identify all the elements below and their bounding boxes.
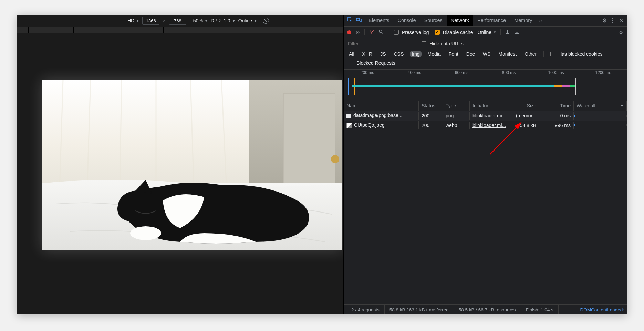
cell-size: (memor...: [511, 112, 539, 120]
svg-point-11: [130, 226, 161, 240]
initiator-link[interactable]: blinkloader.mi...: [472, 123, 506, 128]
col-name[interactable]: Name: [344, 101, 419, 111]
svg-rect-18: [515, 33, 519, 34]
table-row[interactable]: data:image/png;base...200pngblinkloader.…: [344, 111, 627, 121]
throttle-select[interactable]: Online: [238, 18, 257, 23]
status-resources: 58.5 kB / 66.7 kB resources: [454, 305, 521, 314]
svg-point-15: [379, 30, 382, 33]
search-icon[interactable]: [378, 29, 383, 35]
device-mode-icon[interactable]: [355, 17, 363, 24]
type-filter-row: AllXHRJSCSSImgMediaFontDocWSManifestOthe…: [344, 49, 627, 60]
type-filter-all[interactable]: All: [347, 51, 356, 57]
close-icon[interactable]: ✕: [617, 17, 625, 24]
device-toolbar: HD × 50% DPR: 1.0 Online ⋮: [17, 15, 343, 27]
network-toolbar: ⊘ Preserve log Disable cache Online: [344, 27, 627, 38]
rotate-icon[interactable]: [263, 18, 269, 24]
has-blocked-cookies-checkbox[interactable]: Has blocked cookies: [549, 51, 602, 58]
col-initiator[interactable]: Initiator: [470, 101, 511, 111]
cell-time: 0 ms: [539, 112, 574, 120]
type-filter-ws[interactable]: WS: [481, 51, 492, 57]
timeline-tick: 400 ms: [391, 70, 438, 75]
divider: [364, 29, 365, 35]
tab-performance[interactable]: Performance: [474, 15, 510, 26]
svg-point-3: [331, 155, 339, 163]
blocked-requests-checkbox[interactable]: Blocked Requests: [347, 60, 395, 66]
disable-cache-checkbox[interactable]: Disable cache: [434, 29, 473, 36]
cell-time: 996 ms: [539, 122, 574, 129]
type-filter-xhr[interactable]: XHR: [361, 51, 374, 57]
file-icon: [346, 123, 352, 128]
cell-name: data:image/png;base...: [344, 112, 419, 119]
throttling-select[interactable]: Online: [478, 30, 496, 35]
preserve-log-checkbox[interactable]: Preserve log: [393, 29, 429, 36]
divider: [500, 29, 501, 35]
filter-icon[interactable]: [369, 29, 374, 35]
device-select[interactable]: HD: [127, 18, 139, 23]
cell-type: webp: [443, 122, 470, 129]
timeline-overview[interactable]: 200 ms400 ms600 ms800 ms1000 ms1200 ms: [344, 69, 627, 101]
timeline-tick: 1000 ms: [532, 70, 580, 75]
svg-rect-14: [360, 19, 361, 22]
zoom-select[interactable]: 50%: [193, 18, 207, 23]
upload-icon[interactable]: [505, 29, 510, 35]
more-tabs-icon[interactable]: »: [537, 18, 544, 24]
col-status[interactable]: Status: [419, 101, 443, 111]
tab-network[interactable]: Network: [447, 15, 473, 26]
timeline-tick: 600 ms: [438, 70, 485, 75]
timeline-tick: 200 ms: [344, 70, 391, 75]
hide-data-urls-checkbox[interactable]: Hide data URLs: [420, 40, 464, 47]
divider: [388, 29, 388, 35]
svg-rect-17: [506, 33, 509, 34]
tab-elements[interactable]: Elements: [365, 15, 393, 26]
inspect-icon[interactable]: [346, 17, 354, 24]
network-table: Name Status Type Initiator Size Time Wat…: [344, 101, 627, 304]
cell-waterfall: [574, 115, 627, 117]
initiator-link[interactable]: blinkloader.mi...: [472, 113, 506, 118]
table-row[interactable]: CUtpdQo.jpeg200webpblinkloader.mi...58.8…: [344, 121, 627, 130]
type-filter-js[interactable]: JS: [378, 51, 387, 57]
settings-icon[interactable]: ⚙: [601, 17, 608, 24]
width-input[interactable]: [142, 17, 159, 25]
ruler: [17, 27, 343, 33]
col-size[interactable]: Size: [511, 101, 539, 111]
type-filter-css[interactable]: CSS: [392, 51, 405, 57]
status-requests: 2 / 4 requests: [346, 305, 385, 314]
download-icon[interactable]: [515, 29, 519, 35]
col-time[interactable]: Time: [539, 101, 574, 111]
divider: [364, 18, 364, 24]
cell-initiator: blinkloader.mi...: [470, 122, 511, 129]
type-filter-manifest[interactable]: Manifest: [497, 51, 518, 57]
kebab-icon[interactable]: ⋮: [609, 17, 616, 24]
dpr-select[interactable]: DPR: 1.0: [211, 18, 235, 23]
filter-input[interactable]: [347, 41, 411, 47]
type-filter-doc[interactable]: Doc: [465, 51, 477, 57]
record-icon[interactable]: [347, 30, 351, 34]
blocked-requests-row: Blocked Requests: [344, 60, 627, 69]
cell-status: 200: [419, 112, 443, 120]
cell-name: CUtpdQo.jpeg: [344, 121, 419, 129]
device-preview-pane: HD × 50% DPR: 1.0 Online ⋮: [17, 15, 343, 314]
cell-initiator: blinkloader.mi...: [470, 112, 511, 120]
status-finish: Finish: 1.04 s: [521, 305, 559, 314]
more-icon[interactable]: ⋮: [331, 17, 341, 24]
svg-rect-13: [356, 18, 360, 21]
clear-icon[interactable]: ⊘: [356, 30, 360, 35]
table-header: Name Status Type Initiator Size Time Wat…: [344, 101, 627, 111]
col-type[interactable]: Type: [443, 101, 470, 111]
col-waterfall[interactable]: Waterfall▲: [574, 101, 627, 111]
network-settings-icon[interactable]: ⚙: [619, 30, 623, 35]
type-filter-other[interactable]: Other: [523, 51, 538, 57]
type-filter-font[interactable]: Font: [447, 51, 460, 57]
status-domloaded: DOMContentLoaded:: [575, 307, 624, 312]
timeline-tick: 800 ms: [485, 70, 532, 75]
type-filter-media[interactable]: Media: [426, 51, 443, 57]
svg-rect-0: [42, 80, 249, 190]
type-filter-img[interactable]: Img: [410, 51, 421, 57]
devtools-window: HD × 50% DPR: 1.0 Online ⋮: [17, 15, 627, 314]
tab-sources[interactable]: Sources: [420, 15, 446, 26]
tab-memory[interactable]: Memory: [510, 15, 536, 26]
height-input[interactable]: [169, 17, 186, 25]
dimension-separator: ×: [163, 18, 166, 23]
tab-console[interactable]: Console: [394, 15, 419, 26]
svg-rect-2: [283, 94, 335, 190]
